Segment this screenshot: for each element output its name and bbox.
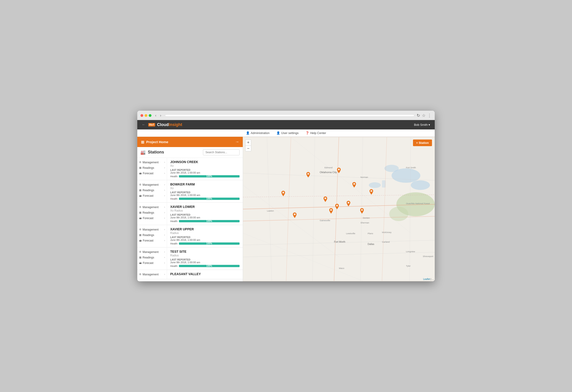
leaflet-link[interactable]: Leaflet (423, 278, 430, 280)
nav-item-label: Management (143, 161, 159, 164)
health-bar-wrap: 100% (179, 265, 239, 267)
station-nav-item-management[interactable]: ⚙ Management › (137, 249, 167, 255)
minimize-button[interactable] (145, 114, 147, 117)
station-nav-item-readings[interactable]: ▦ Readings › (137, 188, 167, 193)
nav-item-arrow-icon: › (164, 189, 165, 191)
subnav-administration[interactable]: 👤 Administration (246, 131, 270, 135)
close-button[interactable] (141, 114, 143, 117)
station-card: ⚙ Management › ▦ Readings › 🏔 Forecast ›… (137, 225, 243, 248)
subnav-user-settings[interactable]: 👤 User settings (276, 131, 299, 135)
bookmark-icon[interactable]: ☆ (422, 113, 426, 118)
back-arrow-icon[interactable]: ← (142, 123, 145, 127)
nav-item-icon: ▦ (139, 234, 141, 236)
last-reported-date: June 8th 2018, 1:00:00 am (170, 194, 239, 196)
map-pin[interactable] (281, 191, 286, 199)
nav-item-icon: ⚙ (139, 161, 141, 164)
svg-point-51 (361, 209, 363, 211)
project-home-bar[interactable]: ▦ Project Home → (137, 137, 243, 147)
menu-icon[interactable]: ⋮ (427, 113, 431, 118)
subnav-help-center[interactable]: ❓ Help Center (305, 131, 326, 135)
map-pin[interactable] (359, 208, 365, 216)
nav-item-arrow-icon: › (164, 273, 165, 276)
health-bar-bg (179, 198, 239, 200)
health-label: Health (170, 265, 177, 267)
nav-item-arrow-icon: › (164, 211, 165, 214)
station-nav-item-management[interactable]: ⚙ Management › (137, 182, 167, 188)
svg-point-3 (384, 165, 399, 172)
svg-text:Fort Worth: Fort Worth (334, 241, 345, 243)
health-bar-wrap: 100% (179, 242, 239, 245)
station-nav: ⚙ Management › ▦ Readings › 🏔 Forecast › (137, 158, 167, 180)
station-nav-item-forecast[interactable]: 🏔 Forecast › (137, 215, 167, 221)
station-nav-item-management[interactable]: ⚙ Management › (137, 272, 167, 277)
app-logo: ← RIoT CloudInsight (142, 122, 182, 127)
map-pin[interactable] (336, 168, 342, 176)
add-station-button[interactable]: + Station (413, 140, 432, 146)
last-reported-label: Last Reported (170, 214, 239, 216)
svg-point-44 (282, 192, 284, 193)
browser-window: ‹ › ↻ ☆ ⋮ ← RIoT CloudInsight Bob Smith … (137, 111, 435, 282)
map-pin[interactable] (292, 212, 297, 221)
map-pin[interactable] (346, 201, 351, 209)
svg-point-49 (336, 205, 338, 206)
map-container: Oklahoma City Edmond Lawton Norman Fort … (243, 137, 435, 282)
map-pin[interactable] (323, 196, 328, 205)
back-nav-button[interactable]: ‹ (154, 113, 158, 118)
station-nav-item-forecast[interactable]: 🏔 Forecast › (137, 193, 167, 199)
nav-item-label: Management (143, 273, 159, 276)
stations-search-input[interactable] (203, 149, 239, 155)
nav-item-icon: ⚙ (139, 183, 141, 186)
station-nav-item-forecast[interactable]: 🏔 Forecast › (137, 171, 167, 176)
logo-text: CloudInsight (157, 122, 182, 127)
address-bar[interactable] (165, 114, 414, 117)
nav-item-label: Readings (143, 234, 154, 237)
svg-text:Denton: Denton (363, 217, 370, 219)
station-info: BOWKER FARMXo Last Reported June 8th 201… (167, 180, 243, 203)
user-menu[interactable]: Bob Smith ▾ (414, 123, 430, 126)
nav-item-arrow-icon: › (164, 234, 165, 236)
zoom-in-button[interactable]: + (245, 140, 251, 145)
map-pin[interactable] (369, 189, 374, 197)
nav-item-label: Management (143, 206, 159, 209)
map-pin[interactable] (328, 208, 334, 216)
health-bar-wrap: 100% (179, 220, 239, 222)
nav-item-arrow-icon: › (164, 251, 165, 253)
forward-nav-button[interactable]: › (159, 113, 162, 118)
health-bar-wrap: 100% (179, 175, 239, 177)
map-pin[interactable] (305, 172, 311, 180)
last-reported-label: Last Reported (170, 169, 239, 171)
svg-text:Fort Smith: Fort Smith (406, 166, 416, 169)
health-row: Health 100% (170, 265, 239, 267)
health-label: Health (170, 175, 177, 178)
station-nav-item-readings[interactable]: ▦ Readings › (137, 210, 167, 215)
station-nav-item-management[interactable]: ⚙ Management › (137, 204, 167, 210)
nav-item-arrow-icon: › (164, 161, 165, 164)
map-zoom-controls: + − (245, 140, 251, 151)
nav-item-label: Forecast (143, 261, 154, 265)
station-info: JOHNSON CREEKXo Last Reported June 8th 2… (167, 158, 243, 180)
last-reported-date: June 8th 2018, 1:00:00 am (170, 216, 239, 219)
health-bar (179, 220, 239, 222)
svg-point-46 (338, 169, 340, 170)
maximize-button[interactable] (149, 114, 151, 117)
map-pin[interactable] (351, 182, 357, 190)
nav-item-icon: ▦ (139, 256, 141, 259)
station-nav-item-readings[interactable]: ▦ Readings › (137, 255, 167, 260)
app-header: ← RIoT CloudInsight Bob Smith ▾ (137, 120, 435, 129)
zoom-out-button[interactable]: − (245, 145, 251, 151)
svg-text:Shreveport: Shreveport (423, 255, 433, 258)
station-nav-item-readings[interactable]: ▦ Readings › (137, 165, 167, 171)
station-nav-item-forecast[interactable]: 🏔 Forecast › (137, 260, 167, 266)
station-card: ⚙ Management › ▦ Readings › 🏔 Forecast ›… (137, 203, 243, 225)
station-nav-item-management[interactable]: ⚙ Management › (137, 160, 167, 165)
station-nav-item-readings[interactable]: ▦ Readings › (137, 232, 167, 238)
station-nav-item-forecast[interactable]: 🏔 Forecast › (137, 238, 167, 243)
nav-item-label: Management (143, 228, 159, 231)
station-nav-item-management[interactable]: ⚙ Management › (137, 227, 167, 232)
reload-icon[interactable]: ↻ (417, 113, 420, 118)
health-row: Health 100% (170, 242, 239, 245)
browser-chrome: ‹ › ↻ ☆ ⋮ (137, 111, 435, 120)
station-nav: ⚙ Management › ▦ Readings › 🏔 Forecast › (137, 225, 167, 247)
map-pin[interactable] (334, 204, 340, 212)
svg-text:Lewisville: Lewisville (346, 232, 355, 235)
